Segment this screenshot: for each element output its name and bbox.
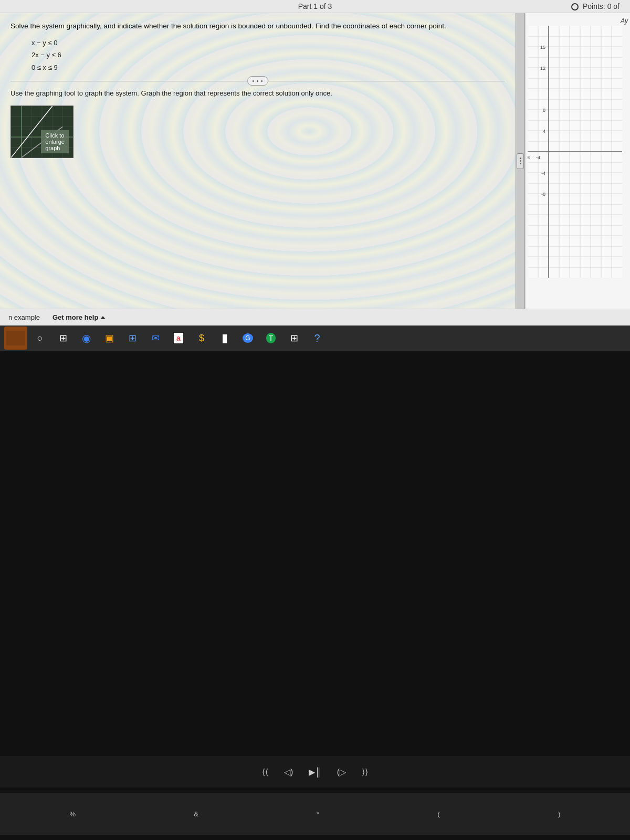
- media-prev-button[interactable]: ⟨⟨: [262, 767, 268, 777]
- svg-text:-4: -4: [536, 155, 540, 160]
- svg-text:-8: -8: [528, 155, 530, 160]
- taskbar-search-button[interactable]: ○: [29, 328, 50, 349]
- media-volume-button[interactable]: ◁): [284, 767, 293, 777]
- media-next-button[interactable]: ⟩⟩: [362, 767, 368, 777]
- app-screen: Part 1 of 3 Points: 0 of Solve the syste…: [0, 0, 630, 326]
- g-icon: G: [243, 333, 253, 343]
- media-play-button[interactable]: ▶║: [309, 767, 321, 777]
- block-icon: ▮: [222, 331, 228, 345]
- taskbar-grid-button[interactable]: ⊞: [284, 328, 304, 349]
- thumbnail-svg: [11, 106, 73, 158]
- media-controls-bar: ⟨⟨ ◁) ▶║ (▷ ⟩⟩: [0, 756, 630, 788]
- main-content: Solve the system graphically, and indica…: [0, 13, 630, 309]
- dot-2: [520, 160, 521, 162]
- media-volume-up-button[interactable]: (▷: [337, 767, 346, 777]
- coordinate-grid: 15 12 8 4 -4 -8 -8 -4: [528, 26, 622, 278]
- next-icon: ⟩⟩: [362, 767, 368, 777]
- bottom-bar: n example Get more help: [0, 309, 630, 326]
- inequalities-list: x − y ≤ 0 2x − y ≤ 6 0 ≤ x ≤ 9: [32, 37, 505, 74]
- divider-section: • • •: [10, 81, 505, 81]
- volume-down-icon: ◁): [284, 767, 293, 777]
- key-asterisk: *: [317, 810, 319, 818]
- expand-dots-button[interactable]: • • •: [247, 76, 268, 86]
- dot-1: [520, 158, 521, 159]
- key-percent: %: [70, 810, 76, 818]
- taskbar-edge-button[interactable]: ◉: [76, 328, 97, 349]
- search-icon: ○: [37, 333, 43, 344]
- mail-icon: ✉: [152, 332, 160, 344]
- taskbar-t-button[interactable]: T: [260, 328, 281, 349]
- svg-text:15: 15: [540, 45, 545, 50]
- taskbar-task-view-button[interactable]: ⊞: [52, 328, 74, 349]
- key-close-paren: ): [558, 810, 560, 818]
- collapse-button[interactable]: [516, 13, 525, 309]
- t-icon: T: [266, 333, 276, 343]
- play-icon: ▶║: [309, 767, 321, 777]
- taskbar-question-button[interactable]: ?: [307, 328, 328, 349]
- explorer-icon: ▣: [105, 332, 114, 344]
- inequality-3: 0 ≤ x ≤ 9: [32, 61, 505, 74]
- problem-section: Solve the system graphically, and indica…: [10, 22, 505, 74]
- circle-icon: [571, 3, 579, 10]
- svg-text:12: 12: [540, 66, 545, 71]
- taskbar-block-button[interactable]: ▮: [214, 328, 235, 349]
- svg-text:8: 8: [543, 108, 545, 113]
- svg-rect-57: [6, 331, 25, 345]
- bottom-keys-bar: % & * ( ): [0, 793, 630, 835]
- points-display: Points: 0 of: [571, 2, 620, 10]
- key-amp: &: [194, 810, 198, 818]
- dots-icon: • • •: [252, 78, 263, 84]
- question-icon: ?: [314, 332, 320, 344]
- edge-icon: ◉: [82, 332, 91, 344]
- taskbar: ○ ⊞ ◉ ▣ ⊞ ✉ a $ ▮ G T ⊞ ?: [0, 326, 630, 351]
- taskbar-apps-button[interactable]: ⊞: [122, 328, 143, 349]
- graph-thumbnail[interactable]: Click toenlargegraph: [10, 106, 74, 158]
- get-more-help-link[interactable]: Get more help: [52, 313, 106, 321]
- y-axis-label: Ay: [528, 17, 628, 25]
- header-bar: Part 1 of 3 Points: 0 of: [0, 0, 630, 13]
- taskbar-g-button[interactable]: G: [237, 328, 258, 349]
- svg-text:4: 4: [543, 129, 545, 134]
- right-graph-panel: Ay: [525, 13, 630, 309]
- key-open-paren: (: [438, 810, 440, 818]
- inequality-2: 2x − y ≤ 6: [32, 49, 505, 61]
- points-label: Points: 0 of: [583, 2, 620, 10]
- volume-up-icon: (▷: [337, 767, 346, 777]
- example-link[interactable]: n example: [8, 313, 40, 321]
- dollar-icon: $: [199, 333, 204, 344]
- avatar-image: [4, 327, 27, 350]
- inequality-1: x − y ≤ 0: [32, 37, 505, 49]
- svg-text:-8: -8: [541, 192, 545, 197]
- dot-3: [520, 163, 521, 164]
- taskbar-avatar[interactable]: [4, 327, 27, 350]
- collapse-handle: [517, 153, 524, 169]
- svg-text:-4: -4: [541, 171, 545, 176]
- get-help-text: Get more help: [52, 313, 98, 321]
- grid-icon: ⊞: [290, 332, 298, 344]
- arrow-up-icon: [100, 316, 106, 319]
- taskbar-explorer-button[interactable]: ▣: [99, 328, 120, 349]
- apps-icon: ⊞: [129, 332, 136, 344]
- left-panel: Solve the system graphically, and indica…: [0, 13, 516, 309]
- problem-statement: Solve the system graphically, and indica…: [10, 22, 505, 32]
- taskbar-dollar-button[interactable]: $: [191, 328, 212, 349]
- prev-icon: ⟨⟨: [262, 767, 268, 777]
- taskbar-a-button[interactable]: a: [168, 328, 189, 349]
- taskbar-mail-button[interactable]: ✉: [145, 328, 166, 349]
- task-view-icon: ⊞: [59, 332, 67, 344]
- part-label: Part 1 of 3: [298, 2, 332, 10]
- a-icon: a: [174, 333, 183, 343]
- graphing-instruction: Use the graphing tool to graph the syste…: [10, 89, 505, 98]
